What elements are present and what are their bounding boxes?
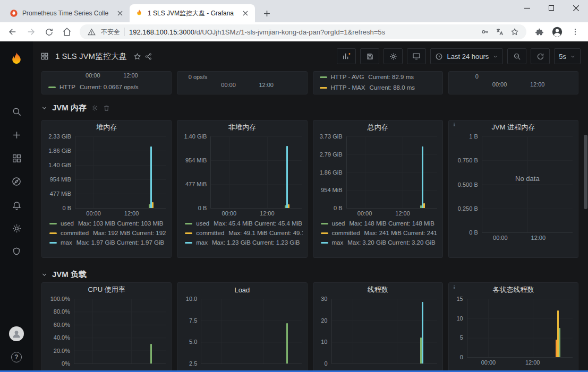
sidebar-help-icon[interactable]: ? <box>0 345 33 369</box>
legend-used[interactable]: usedMax: 45.4 MiB Current: 45.4 MiB <box>185 220 302 227</box>
sidebar-admin-shield-icon[interactable] <box>0 240 33 263</box>
panel-threads-by-state[interactable]: 各状态线程数 1510 50 <box>448 282 578 372</box>
section-title: JVM 内存 <box>52 103 87 113</box>
panel-http-ops[interactable]: 00:0012:00 HTTPCurrent: 0.0667 ops/s <box>41 71 172 94</box>
plot-area: 00:0012:00 <box>210 136 301 209</box>
section-delete-trash-icon[interactable] <box>103 105 110 111</box>
plot-area <box>331 299 437 364</box>
star-dashboard-icon[interactable] <box>133 53 141 60</box>
prometheus-favicon <box>10 9 18 18</box>
url-text[interactable]: 192.168.100.15:3000/d/UOJjh1SMz/1-sls-jv… <box>129 28 475 36</box>
sidebar-dashboards-icon[interactable] <box>0 146 33 170</box>
section-jvm-memory[interactable]: JVM 内存 <box>41 100 588 116</box>
tab-prometheus[interactable]: Prometheus Time Series Colle <box>4 4 130 22</box>
panel-http-latency[interactable]: HTTP - AVGCurrent: 82.9 ms HTTP - MAXCur… <box>313 71 443 94</box>
reload-icon[interactable] <box>41 24 56 39</box>
refresh-button[interactable] <box>531 48 550 64</box>
plot-area: 00:0012:00 <box>346 136 437 209</box>
no-data-label: No data <box>482 175 573 183</box>
window-controls <box>515 0 588 16</box>
save-dashboard-button[interactable] <box>360 48 379 64</box>
chevron-down-icon <box>41 105 47 111</box>
legend-http-max[interactable]: HTTP - MAXCurrent: 88.0 ms <box>320 84 439 91</box>
minimize-button[interactable] <box>515 0 539 16</box>
legend-used[interactable]: usedMax: 148 MiB Current: 148 MiB <box>321 220 438 227</box>
add-panel-button[interactable] <box>337 48 356 64</box>
scrollbar-thumb[interactable] <box>584 135 587 209</box>
sidebar-user-avatar[interactable] <box>0 322 33 345</box>
home-icon[interactable] <box>59 24 74 39</box>
profile-avatar-icon[interactable] <box>550 24 565 39</box>
series-threads <box>420 338 422 364</box>
panel-info-icon[interactable] <box>451 284 457 290</box>
legend-committed[interactable]: committedMax: 49.1 MiB Current: 49.1 MiB <box>185 230 302 236</box>
sidebar-search-icon[interactable] <box>0 100 33 123</box>
section-settings-gear-icon[interactable] <box>91 105 98 111</box>
panel-title[interactable]: CPU 使用率 <box>42 283 171 297</box>
time-range-picker[interactable]: Last 24 hours <box>430 48 503 64</box>
extensions-puzzle-icon[interactable] <box>532 24 547 39</box>
panel-load[interactable]: Load 10.07.5 5.02.5 <box>177 282 307 372</box>
panel-total-memory[interactable]: 总内存 3.73 GiB2.79 GiB 1.86 GiB954 MiB 0 B <box>313 120 443 258</box>
forward-icon[interactable] <box>23 24 38 39</box>
tv-cycle-view-button[interactable] <box>407 48 426 64</box>
bookmark-star-icon[interactable] <box>509 27 520 37</box>
legend-max[interactable]: maxMax: 1.97 GiB Current: 1.97 GiB <box>49 239 167 246</box>
legend-http[interactable]: HTTPCurrent: 0.0667 ops/s <box>48 84 168 90</box>
translate-icon[interactable] <box>495 27 505 37</box>
refresh-interval-select[interactable]: 5s <box>554 48 581 64</box>
legend-committed[interactable]: committedMax: 241 MiB Current: 241 MiB <box>321 230 438 236</box>
plot-area <box>201 299 301 364</box>
zoom-out-button[interactable] <box>507 48 526 64</box>
panel-title[interactable]: Load <box>177 283 306 297</box>
dashboard-settings-button[interactable] <box>384 48 403 64</box>
maximize-button[interactable] <box>539 0 564 16</box>
sidebar-create-plus-icon[interactable] <box>0 123 33 146</box>
password-key-icon[interactable] <box>480 27 490 37</box>
panel-cpu-usage[interactable]: CPU 使用率 100.0%80.0% 60.0%40.0% 20.0%0% <box>41 282 172 372</box>
panel-thread-count[interactable]: 线程数 3020 100 <box>313 282 443 372</box>
y-axis-labels: 3020 100 <box>318 296 331 367</box>
tab-grafana[interactable]: 1 SLS JVM监控大盘 - Grafana <box>130 4 255 22</box>
panel-http-errors[interactable]: 0 00:0012:00 <box>448 71 578 94</box>
panel-title[interactable]: 线程数 <box>313 283 442 297</box>
y-axis-labels: 2.33 GiB1.86 GiB 1.40 GiB954 MiB 477 MiB… <box>46 134 75 211</box>
panel-info-icon[interactable] <box>451 122 457 128</box>
panel-nonheap-memory[interactable]: 非堆内存 1.40 GiB954 MiB 477 MiB0 B <box>177 120 307 258</box>
panel-title[interactable]: 非堆内存 <box>177 120 306 134</box>
close-window-button[interactable] <box>564 0 588 16</box>
panel-title[interactable]: 各状态线程数 <box>449 283 578 297</box>
tab-close-icon[interactable] <box>241 9 250 18</box>
back-icon[interactable] <box>5 24 20 39</box>
tab-close-icon[interactable] <box>116 9 124 18</box>
panel-title[interactable]: 堆内存 <box>42 120 171 134</box>
sidebar-explore-compass-icon[interactable] <box>0 170 33 193</box>
row-http: 00:0012:00 HTTPCurrent: 0.0667 ops/s 0 o… <box>41 71 578 94</box>
panel-jvm-process-memory[interactable]: JVM 进程内存 1 B0.750 B 0.500 B0.250 B 0 B N… <box>448 120 578 258</box>
panel-title[interactable]: 总内存 <box>313 120 442 134</box>
sidebar-configuration-gear-icon[interactable] <box>0 217 33 240</box>
grafana-sidebar: ? <box>0 41 33 372</box>
legend-http-avg[interactable]: HTTP - AVGCurrent: 82.9 ms <box>320 74 439 80</box>
legend-committed[interactable]: committedMax: 192 MiB Current: 192 MiB <box>49 230 167 236</box>
section-jvm-load[interactable]: JVM 负载 <box>41 266 588 282</box>
browser-menu-kebab-icon[interactable] <box>568 24 583 39</box>
plot-area: 00:0012:00 <box>467 299 573 358</box>
sidebar-alerting-bell-icon[interactable] <box>0 193 33 217</box>
panel-title[interactable]: JVM 进程内存 <box>449 120 578 134</box>
series-max <box>422 146 423 208</box>
not-secure-label[interactable]: 不安全 <box>101 28 120 37</box>
legend-max[interactable]: maxMax: 3.20 GiB Current: 3.20 GiB <box>321 239 438 246</box>
new-tab-button[interactable] <box>259 6 274 21</box>
grafana-logo[interactable] <box>0 46 33 73</box>
panel-heap-memory[interactable]: 堆内存 2.33 GiB1.86 GiB 1.40 GiB954 MiB 477… <box>41 120 172 258</box>
legend-used[interactable]: usedMax: 103 MiB Current: 103 MiB <box>49 220 167 227</box>
dashboard-title[interactable]: 1 SLS JVM监控大盘 <box>55 51 127 62</box>
series-waiting <box>559 328 560 357</box>
panel-http-ops-rate[interactable]: 0 ops/s 00:0012:00 <box>177 71 307 94</box>
legend-max[interactable]: maxMax: 1.23 GiB Current: 1.23 GiB <box>185 239 302 246</box>
y-axis-labels: 3.73 GiB2.79 GiB 1.86 GiB954 MiB 0 B <box>318 134 346 211</box>
share-dashboard-icon[interactable] <box>144 53 152 60</box>
url-omnibox[interactable]: 不安全 192.168.100.15:3000/d/UOJjh1SMz/1-sl… <box>80 24 526 39</box>
y-axis-labels: 10.07.5 5.02.5 <box>182 296 201 367</box>
